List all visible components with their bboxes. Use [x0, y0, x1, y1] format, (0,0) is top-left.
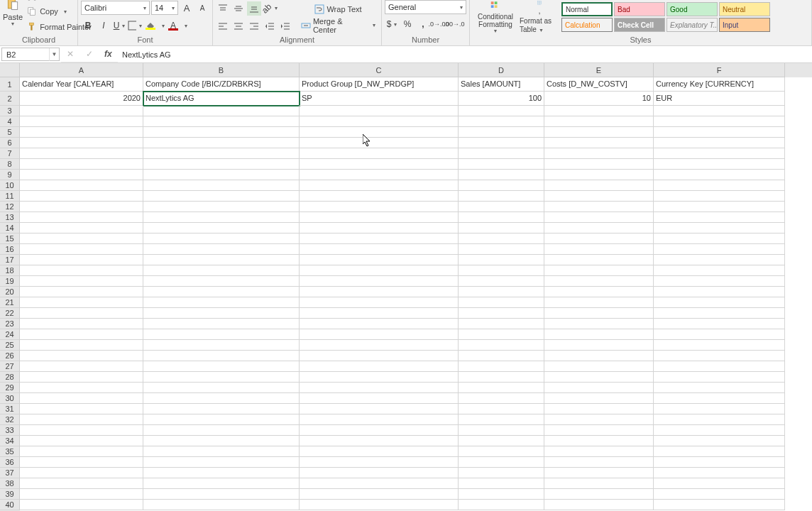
cell-B38[interactable] [143, 478, 300, 489]
cell-C15[interactable] [300, 233, 459, 244]
cell-B7[interactable] [143, 148, 300, 159]
cell-C22[interactable] [300, 308, 459, 319]
row-header[interactable]: 8 [0, 159, 20, 170]
cell-E27[interactable] [544, 361, 654, 372]
cell-A18[interactable] [20, 265, 143, 276]
cell-F22[interactable] [654, 308, 785, 319]
cell-D33[interactable] [459, 425, 544, 436]
style-bad[interactable]: Bad [614, 2, 665, 16]
cell-F1[interactable]: Currency Key [CURRENCY] [654, 77, 785, 92]
cell-B40[interactable] [143, 500, 300, 510]
fill-color-button[interactable] [143, 18, 158, 33]
cell-E19[interactable] [544, 276, 654, 287]
cell-E10[interactable] [544, 180, 654, 191]
cell-C7[interactable] [300, 148, 459, 159]
cell-E17[interactable] [544, 255, 654, 265]
cell-C19[interactable] [300, 276, 459, 287]
cell-E32[interactable] [544, 414, 654, 425]
cell-D10[interactable] [459, 180, 544, 191]
cell-F39[interactable] [654, 489, 785, 500]
cell-B28[interactable] [143, 372, 300, 383]
row-header[interactable]: 35 [0, 446, 20, 457]
cell-F10[interactable] [654, 180, 785, 191]
cell-E3[interactable] [544, 106, 654, 116]
cell-D4[interactable] [459, 116, 544, 127]
cell-A31[interactable] [20, 404, 143, 414]
cell-E39[interactable] [544, 489, 654, 500]
cell-A36[interactable] [20, 457, 143, 468]
cell-A12[interactable] [20, 202, 143, 212]
row-header[interactable]: 30 [0, 393, 20, 404]
cell-E33[interactable] [544, 425, 654, 436]
paste-button[interactable]: Paste ▼ [3, 0, 23, 28]
row-header[interactable]: 27 [0, 361, 20, 372]
cell-B34[interactable] [143, 436, 300, 446]
cell-C25[interactable] [300, 340, 459, 351]
decrease-font-button[interactable]: A [195, 1, 209, 15]
cell-C23[interactable] [300, 319, 459, 329]
cell-F16[interactable] [654, 244, 785, 255]
cell-F34[interactable] [654, 436, 785, 446]
cell-C3[interactable] [300, 106, 459, 116]
cell-F7[interactable] [654, 148, 785, 159]
cell-C35[interactable] [300, 446, 459, 457]
format-as-table-button[interactable]: , Format as Table ▼ [520, 1, 559, 33]
decrease-indent-button[interactable] [263, 19, 277, 33]
cell-C17[interactable] [300, 255, 459, 265]
cell-D1[interactable]: Sales [AMOUNT] [459, 77, 544, 92]
row-header[interactable]: 32 [0, 414, 20, 425]
wrap-text-button[interactable]: Wrap Text [298, 2, 378, 16]
cell-C1[interactable]: Product Group [D_NW_PRDGP] [300, 77, 459, 92]
cell-C5[interactable] [300, 127, 459, 138]
cell-A35[interactable] [20, 446, 143, 457]
cell-A15[interactable] [20, 233, 143, 244]
decrease-decimal-button[interactable]: .00→.0 [447, 17, 461, 31]
cell-A20[interactable] [20, 287, 143, 297]
cell-D40[interactable] [459, 500, 544, 510]
cell-C28[interactable] [300, 372, 459, 383]
cell-D35[interactable] [459, 446, 544, 457]
cell-E31[interactable] [544, 404, 654, 414]
font-color-button[interactable]: A [166, 18, 180, 33]
number-format-select[interactable]: General▾ [385, 0, 466, 14]
cell-C38[interactable] [300, 478, 459, 489]
cell-C24[interactable] [300, 329, 459, 340]
align-right-button[interactable] [247, 19, 261, 33]
cell-C4[interactable] [300, 116, 459, 127]
cell-F12[interactable] [654, 202, 785, 212]
style-good[interactable]: Good [666, 2, 718, 16]
cell-A27[interactable] [20, 361, 143, 372]
cell-A7[interactable] [20, 148, 143, 159]
dropdown-icon[interactable]: ▼ [49, 48, 59, 61]
style-calculation[interactable]: Calculation [561, 18, 613, 32]
cell-E25[interactable] [544, 340, 654, 351]
style-explanatory[interactable]: Explanatory T... [666, 18, 718, 32]
cell-A11[interactable] [20, 191, 143, 202]
cell-F6[interactable] [654, 138, 785, 148]
cell-F31[interactable] [654, 404, 785, 414]
cell-B32[interactable] [143, 414, 300, 425]
row-header[interactable]: 25 [0, 340, 20, 351]
font-name-select[interactable]: Calibri▾ [81, 1, 150, 15]
cell-A37[interactable] [20, 468, 143, 478]
cell-F13[interactable] [654, 212, 785, 223]
style-check-cell[interactable]: Check Cell [614, 18, 665, 32]
cell-D6[interactable] [459, 138, 544, 148]
cell-A32[interactable] [20, 414, 143, 425]
cell-D37[interactable] [459, 468, 544, 478]
cell-B22[interactable] [143, 308, 300, 319]
orientation-button[interactable]: ab▾ [263, 1, 277, 16]
row-header[interactable]: 40 [0, 500, 20, 510]
cell-F9[interactable] [654, 170, 785, 180]
conditional-formatting-button[interactable]: Conditional Formatting ▼ [473, 1, 518, 33]
cell-A19[interactable] [20, 276, 143, 287]
row-header[interactable]: 7 [0, 148, 20, 159]
cell-E30[interactable] [544, 393, 654, 404]
cell-F5[interactable] [654, 127, 785, 138]
cell-E4[interactable] [544, 116, 654, 127]
cell-C6[interactable] [300, 138, 459, 148]
cell-B37[interactable] [143, 468, 300, 478]
cell-C34[interactable] [300, 436, 459, 446]
cell-E38[interactable] [544, 478, 654, 489]
cell-A14[interactable] [20, 223, 143, 233]
